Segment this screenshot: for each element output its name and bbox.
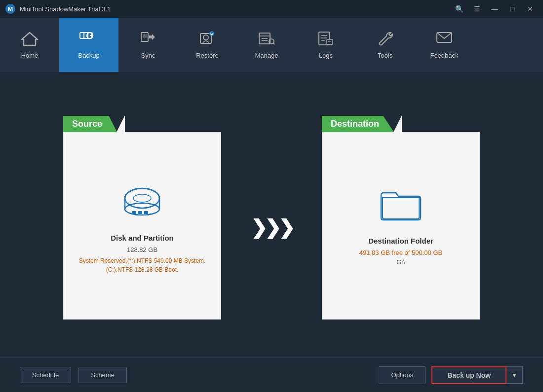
folder-icon — [379, 185, 423, 227]
nav-manage[interactable]: Manage — [237, 18, 296, 72]
source-header-label: Source — [63, 116, 117, 132]
direction-arrows: ❯❯❯ — [251, 216, 292, 239]
destination-title: Destination Folder — [368, 237, 433, 245]
nav-restore-label: Restore — [196, 52, 219, 59]
nav-feedback[interactable]: Feedback — [415, 18, 474, 72]
nav-manage-label: Manage — [255, 52, 278, 59]
backup-icon — [79, 31, 99, 49]
nav-bar: Home Backup Sync — [0, 18, 543, 72]
source-card-header: Source — [63, 115, 126, 133]
restore-icon — [198, 31, 216, 49]
destination-card-wrapper: Destination Destination Folder 491.03 GB… — [322, 115, 480, 320]
app-title: MiniTool ShadowMaker Trial 3.1 — [20, 5, 111, 13]
destination-card-header: Destination — [322, 115, 403, 133]
svg-line-16 — [273, 43, 274, 44]
minimize-button[interactable]: — — [487, 3, 503, 14]
bottom-bar: Schedule Scheme Options Back up Now ▼ — [0, 357, 543, 392]
maximize-button[interactable]: □ — [504, 3, 520, 14]
bottom-left-buttons: Schedule Scheme — [20, 367, 127, 383]
destination-card[interactable]: Destination Folder 491.03 GB free of 500… — [322, 132, 480, 320]
source-size: 128.82 GB — [127, 246, 157, 253]
menu-button[interactable]: ☰ — [469, 3, 485, 14]
destination-header-label: Destination — [322, 116, 394, 132]
svg-rect-33 — [144, 211, 148, 214]
nav-backup-label: Backup — [78, 52, 99, 59]
search-button[interactable]: 🔍 — [451, 3, 467, 14]
nav-backup[interactable]: Backup — [59, 18, 118, 72]
nav-restore[interactable]: Restore — [178, 18, 237, 72]
nav-tools-label: Tools — [378, 52, 392, 59]
home-icon — [21, 31, 39, 49]
main-content: Source — [0, 72, 543, 357]
disk-icon — [117, 178, 167, 224]
nav-home[interactable]: Home — [0, 18, 59, 72]
source-card-wrapper: Source — [63, 115, 221, 320]
svg-point-9 — [203, 35, 208, 40]
svg-marker-2 — [22, 33, 38, 45]
title-bar-controls[interactable]: 🔍 ☰ — □ ✕ — [451, 3, 538, 14]
nav-sync-label: Sync — [141, 52, 155, 59]
destination-header-triangle — [393, 115, 402, 133]
schedule-button[interactable]: Schedule — [20, 367, 71, 383]
svg-text:M: M — [8, 5, 13, 13]
bottom-right-buttons: Options Back up Now ▼ — [379, 366, 523, 384]
svg-rect-32 — [138, 211, 142, 214]
destination-path: G:\ — [396, 258, 405, 266]
source-title: Disk and Partition — [111, 234, 174, 242]
title-bar: M MiniTool ShadowMaker Trial 3.1 🔍 ☰ — □… — [0, 0, 543, 18]
source-header-triangle — [116, 115, 125, 133]
nav-home-label: Home — [21, 52, 39, 59]
destination-free: 491.03 GB free of 500.00 GB — [359, 249, 442, 256]
manage-icon — [258, 31, 275, 49]
title-bar-left: M MiniTool ShadowMaker Trial 3.1 — [5, 3, 111, 14]
svg-rect-31 — [132, 211, 136, 214]
options-button[interactable]: Options — [379, 366, 426, 384]
source-card[interactable]: Disk and Partition 128.82 GB System Rese… — [63, 132, 221, 320]
nav-logs[interactable]: Logs — [296, 18, 355, 72]
source-desc: System Reserved,(*:).NTFS 549.00 MB Syst… — [74, 256, 211, 274]
backup-now-dropdown-button[interactable]: ▼ — [506, 366, 523, 384]
nav-logs-label: Logs — [319, 52, 333, 59]
sync-icon — [139, 31, 157, 49]
close-button[interactable]: ✕ — [522, 3, 538, 14]
tools-icon — [376, 31, 394, 49]
svg-rect-21 — [327, 39, 333, 44]
nav-sync[interactable]: Sync — [118, 18, 178, 72]
feedback-icon — [435, 31, 453, 49]
scheme-button[interactable]: Scheme — [78, 367, 127, 383]
backup-now-group: Back up Now ▼ — [431, 366, 523, 384]
app-logo-icon: M — [5, 3, 16, 14]
nav-feedback-label: Feedback — [430, 52, 458, 59]
nav-tools[interactable]: Tools — [355, 18, 415, 72]
backup-now-button[interactable]: Back up Now — [431, 366, 506, 384]
logs-icon — [317, 31, 335, 49]
